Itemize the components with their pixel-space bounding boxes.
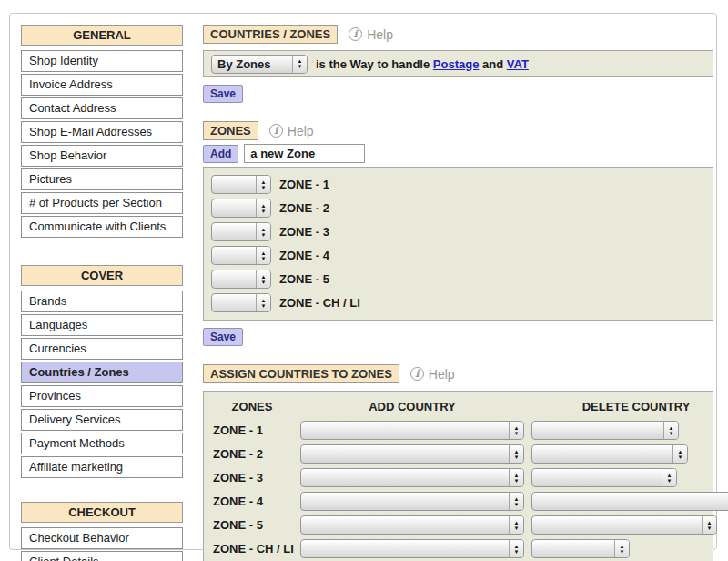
assign-zone-label: ZONE - CH / LI [211, 542, 293, 556]
add-country-select-zone-5[interactable] [300, 515, 524, 535]
assign-help-link[interactable]: i Help [410, 367, 455, 382]
assign-zone-label: ZONE - 1 [211, 423, 293, 437]
sidebar-section-cover: COVER Brands Languages Currencies Countr… [21, 265, 183, 478]
stepper-icon [509, 445, 523, 463]
stepper-icon [662, 469, 676, 486]
zone-ch-li-select[interactable] [211, 293, 271, 312]
sidebar-header-general: GENERAL [21, 25, 183, 46]
stepper-icon [256, 199, 270, 217]
sidebar-item-delivery-services[interactable]: Delivery Services [21, 409, 183, 431]
handling-way-select-value: By Zones [212, 56, 292, 73]
stepper-icon [663, 422, 678, 439]
delete-country-select-zone-4[interactable] [531, 492, 728, 511]
delete-country-select-zone-3[interactable] [531, 468, 677, 487]
zone-label: ZONE - 3 [279, 225, 329, 239]
assign-table-panel: ZONES ADD COUNTRY DELETE COUNTRY ZONE - … [203, 391, 713, 561]
delete-country-select-zone-ch-li[interactable] [531, 539, 630, 558]
zone-2-select[interactable] [211, 199, 271, 218]
assign-zone-label: ZONE - 5 [211, 518, 293, 532]
countries-zones-save-button[interactable]: Save [203, 85, 243, 103]
stepper-icon [672, 445, 687, 463]
assign-table: ZONES ADD COUNTRY DELETE COUNTRY ZONE - … [211, 398, 705, 558]
delete-country-select-zone-2[interactable] [531, 444, 688, 464]
sidebar-item-shop-identity[interactable]: Shop Identity [21, 50, 183, 72]
assign-countries-title: ASSIGN COUNTRIES TO ZONES [203, 364, 399, 383]
sidebar-item-communicate-with-clients[interactable]: Communicate with Clients [21, 216, 183, 238]
zone-label: ZONE - 5 [279, 272, 329, 286]
assign-zone-label: ZONE - 2 [211, 447, 293, 461]
stepper-icon [509, 422, 523, 439]
zones-save-button[interactable]: Save [203, 328, 243, 346]
sidebar-item-languages[interactable]: Languages [21, 314, 183, 336]
sidebar-item-payment-methods[interactable]: Payment Methods [21, 433, 183, 454]
postage-link[interactable]: Postage [433, 57, 480, 71]
sidebar-item-brands[interactable]: Brands [21, 291, 183, 312]
zone-row: ZONE - 3 [211, 222, 705, 241]
help-info-icon: i [269, 124, 283, 138]
add-country-select-zone-4[interactable] [300, 492, 524, 511]
zone-row: ZONE - 2 [211, 199, 705, 218]
stepper-icon [292, 56, 307, 73]
sidebar-item-shop-email-addresses[interactable]: Shop E-Mail Addresses [21, 121, 183, 143]
sidebar-item-provinces[interactable]: Provinces [21, 385, 183, 407]
column-header-zones: ZONES [211, 398, 293, 416]
stepper-icon [509, 540, 523, 557]
assign-zone-label: ZONE - 3 [211, 471, 293, 484]
add-country-select-zone-2[interactable] [300, 444, 524, 464]
stepper-icon [256, 223, 270, 240]
sidebar-item-client-details[interactable]: Client Details [21, 551, 183, 561]
zone-label: ZONE - CH / LI [279, 296, 360, 310]
add-country-select-zone-3[interactable] [300, 468, 524, 487]
stepper-icon [256, 247, 270, 264]
add-zone-button[interactable]: Add [203, 145, 238, 163]
handling-way-sentence: is the Way to handle Postage and VAT [316, 57, 529, 71]
column-header-delete-country: DELETE COUNTRY [531, 398, 728, 416]
sentence-text: is the Way to handle [316, 57, 430, 71]
sidebar-item-checkout-behavior[interactable]: Checkout Behavior [21, 527, 183, 549]
handling-way-select[interactable]: By Zones [211, 55, 308, 74]
help-info-icon: i [349, 27, 362, 41]
help-label: Help [288, 124, 314, 138]
sidebar-item-products-per-section[interactable]: # of Products per Section [21, 192, 183, 214]
zone-5-select[interactable] [211, 270, 271, 289]
zone-3-select[interactable] [211, 222, 271, 241]
sidebar-item-countries-zones[interactable]: Countries / Zones [21, 362, 183, 383]
help-label: Help [429, 367, 455, 382]
zone-row: ZONE - 4 [211, 246, 705, 265]
main-content: COUNTRIES / ZONES i Help By Zones is the… [203, 25, 713, 561]
assign-zone-label: ZONE - 4 [211, 495, 293, 508]
add-country-select-zone-ch-li[interactable] [300, 539, 524, 558]
add-country-select-zone-1[interactable] [300, 421, 524, 440]
stepper-icon [702, 516, 716, 534]
sidebar-section-general: GENERAL Shop Identity Invoice Address Co… [21, 25, 183, 238]
delete-country-select-zone-1[interactable] [531, 421, 679, 440]
stepper-icon [509, 469, 523, 486]
countries-zones-title: COUNTRIES / ZONES [203, 25, 338, 44]
help-info-icon: i [410, 367, 424, 381]
zones-list-panel: ZONE - 1 ZONE - 2 ZONE - 3 ZONE - 4 ZONE… [203, 167, 713, 321]
zone-label: ZONE - 2 [279, 201, 329, 215]
zones-title: ZONES [203, 121, 258, 140]
vat-link[interactable]: VAT [507, 57, 529, 71]
sidebar-item-affiliate-marketing[interactable]: Affiliate marketing [21, 456, 183, 478]
stepper-icon [614, 540, 629, 557]
zone-1-select[interactable] [211, 175, 271, 194]
delete-country-select-zone-5[interactable] [531, 515, 717, 535]
settings-window: GENERAL Shop Identity Invoice Address Co… [9, 13, 717, 550]
zones-help-link[interactable]: i Help [269, 124, 314, 138]
column-header-add-country: ADD COUNTRY [300, 398, 524, 416]
postage-handling-panel: By Zones is the Way to handle Postage an… [203, 50, 713, 77]
countries-zones-help-link[interactable]: i Help [349, 27, 393, 42]
sentence-conjunction: and [482, 57, 503, 71]
sidebar-item-pictures[interactable]: Pictures [21, 168, 183, 190]
sidebar-section-checkout: CHECKOUT Checkout Behavior Client Detail… [21, 502, 183, 561]
new-zone-input[interactable] [244, 144, 365, 163]
sidebar-item-currencies[interactable]: Currencies [21, 338, 183, 360]
stepper-icon [509, 493, 523, 510]
sidebar-item-invoice-address[interactable]: Invoice Address [21, 74, 183, 96]
zone-label: ZONE - 4 [279, 249, 329, 262]
sidebar-item-shop-behavior[interactable]: Shop Behavior [21, 145, 183, 167]
stepper-icon [256, 270, 270, 288]
zone-4-select[interactable] [211, 246, 271, 265]
sidebar-item-contact-address[interactable]: Contact Address [21, 97, 183, 119]
